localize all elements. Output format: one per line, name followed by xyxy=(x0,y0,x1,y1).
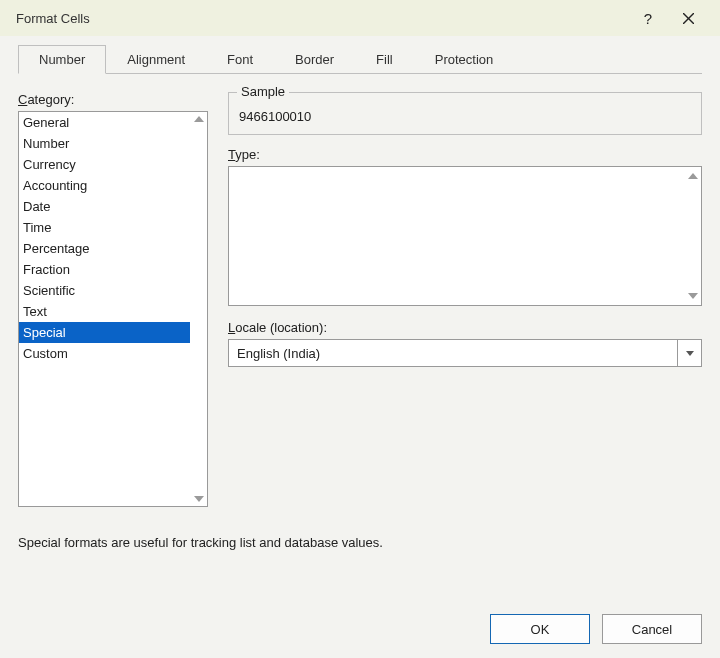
category-item[interactable]: Date xyxy=(19,196,190,217)
category-item[interactable]: Fraction xyxy=(19,259,190,280)
category-item[interactable]: Special xyxy=(19,322,190,343)
locale-label: Locale (location): xyxy=(228,320,702,335)
ok-button[interactable]: OK xyxy=(490,614,590,644)
tab-font[interactable]: Font xyxy=(206,45,274,74)
locale-select[interactable]: English (India) xyxy=(228,339,678,367)
category-item[interactable]: Scientific xyxy=(19,280,190,301)
tab-number-panel: Category: GeneralNumberCurrencyAccountin… xyxy=(18,74,702,600)
tab-protection[interactable]: Protection xyxy=(414,45,515,74)
cancel-button[interactable]: Cancel xyxy=(602,614,702,644)
category-item[interactable]: Text xyxy=(19,301,190,322)
category-item[interactable]: Number xyxy=(19,133,190,154)
titlebar: Format Cells ? xyxy=(0,0,720,36)
dialog-title: Format Cells xyxy=(16,11,90,26)
ok-button-label: OK xyxy=(531,622,550,637)
locale-value: English (India) xyxy=(237,346,320,361)
category-listbox[interactable]: GeneralNumberCurrencyAccountingDateTimeP… xyxy=(18,111,208,507)
category-label: Category: xyxy=(18,92,208,107)
tab-strip: NumberAlignmentFontBorderFillProtection xyxy=(18,44,702,74)
tab-fill[interactable]: Fill xyxy=(355,45,414,74)
category-item[interactable]: General xyxy=(19,112,190,133)
category-item[interactable]: Currency xyxy=(19,154,190,175)
type-listbox[interactable] xyxy=(228,166,702,306)
sample-value: 9466100010 xyxy=(239,109,691,124)
locale-dropdown-button[interactable] xyxy=(678,339,702,367)
category-description: Special formats are useful for tracking … xyxy=(18,535,702,550)
category-item[interactable]: Custom xyxy=(19,343,190,364)
category-item[interactable]: Percentage xyxy=(19,238,190,259)
scroll-up-icon xyxy=(688,173,698,179)
scroll-down-icon xyxy=(688,293,698,299)
help-icon: ? xyxy=(644,10,652,27)
tab-number[interactable]: Number xyxy=(18,45,106,74)
help-button[interactable]: ? xyxy=(628,0,668,36)
format-cells-dialog: Format Cells ? NumberAlignmentFontBorder… xyxy=(0,0,720,658)
dialog-buttons: OK Cancel xyxy=(0,600,720,658)
sample-label: Sample xyxy=(237,84,289,99)
category-item[interactable]: Accounting xyxy=(19,175,190,196)
tab-border[interactable]: Border xyxy=(274,45,355,74)
dialog-content: NumberAlignmentFontBorderFillProtection … xyxy=(0,36,720,600)
type-scrollbar[interactable] xyxy=(684,167,701,305)
chevron-down-icon xyxy=(686,351,694,356)
cancel-button-label: Cancel xyxy=(632,622,672,637)
tab-alignment[interactable]: Alignment xyxy=(106,45,206,74)
scroll-down-icon xyxy=(194,496,204,502)
scroll-up-icon xyxy=(194,116,204,122)
type-label: Type: xyxy=(228,147,702,162)
close-icon xyxy=(683,13,694,24)
category-item[interactable]: Time xyxy=(19,217,190,238)
category-scrollbar[interactable] xyxy=(190,112,207,506)
sample-group: Sample 9466100010 xyxy=(228,92,702,135)
close-button[interactable] xyxy=(668,0,708,36)
